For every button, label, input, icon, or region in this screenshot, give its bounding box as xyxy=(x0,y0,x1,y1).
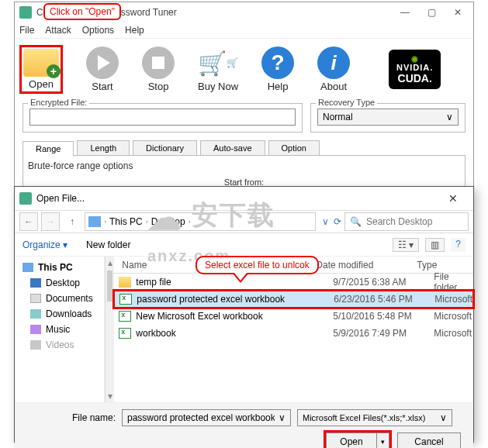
dialog-app-icon xyxy=(19,192,32,205)
recovery-type-value: Normal xyxy=(323,112,353,122)
close-icon[interactable]: ✕ xyxy=(452,7,464,18)
preview-pane-button[interactable]: ▥ xyxy=(425,238,445,252)
dialog-close-icon[interactable]: ✕ xyxy=(438,192,469,205)
dialog-footer: File name: password protected excel work… xyxy=(15,402,473,448)
excel-file-icon xyxy=(119,328,131,339)
stop-button[interactable]: Stop xyxy=(142,47,175,92)
open-label: Open xyxy=(29,78,54,90)
chevron-right-icon: › xyxy=(104,218,106,226)
menu-help[interactable]: Help xyxy=(125,22,144,38)
chevron-down-icon: ∨ xyxy=(446,112,453,122)
cancel-button[interactable]: Cancel xyxy=(397,432,461,448)
recovery-type-select[interactable]: Normal ∨ xyxy=(317,109,459,126)
help-button[interactable]: ? Help xyxy=(261,47,294,92)
pc-icon xyxy=(22,263,33,272)
file-row[interactable]: workbook 5/9/2016 7:49 PM Microsoft xyxy=(114,325,473,342)
callout-select-file: Select excel file to unlcok xyxy=(196,256,319,274)
file-row[interactable]: temp file 9/7/2015 6:38 AM File folder xyxy=(114,274,473,291)
desktop-icon xyxy=(30,278,41,288)
sidebar-item-thispc[interactable]: This PC xyxy=(15,260,104,275)
stop-icon xyxy=(142,47,175,79)
open-btn-label: Open xyxy=(327,433,376,448)
dialog-toolbar: Organize ▾ New folder ☷ ▾ ▥ ? xyxy=(15,233,473,257)
crumb-desktop[interactable]: Desktop xyxy=(151,216,185,227)
tab-dictionary[interactable]: Dictionary xyxy=(133,140,197,155)
view-mode-button[interactable]: ☷ ▾ xyxy=(393,238,419,252)
tab-length[interactable]: Length xyxy=(77,140,130,155)
search-input[interactable]: 🔍 Search Desktop xyxy=(344,212,469,231)
range-options-title: Brute-force range options xyxy=(28,160,460,171)
excel-file-icon xyxy=(119,311,131,322)
menu-attack[interactable]: Attack xyxy=(45,22,71,38)
back-button[interactable]: ← xyxy=(19,212,38,231)
app-icon xyxy=(19,6,32,19)
col-date[interactable]: Date modified xyxy=(316,260,417,271)
encrypted-file-group: Encrypted File: xyxy=(22,103,303,133)
sidebar-item-music[interactable]: Music xyxy=(15,322,104,337)
new-folder-button[interactable]: New folder xyxy=(86,240,130,250)
minimize-icon[interactable]: — xyxy=(399,7,411,18)
forward-button[interactable]: → xyxy=(41,212,60,231)
nvidia-text: NVIDIA. xyxy=(396,63,433,72)
info-icon: i xyxy=(317,47,350,79)
stop-label: Stop xyxy=(148,81,169,92)
documents-icon xyxy=(30,294,41,303)
file-row[interactable]: New Microsoft Excel workbook 5/10/2016 5… xyxy=(114,308,473,325)
chevron-right-icon: › xyxy=(189,218,191,226)
filename-input[interactable]: password protected excel workbook ∨ xyxy=(122,409,291,426)
sidebar-item-downloads[interactable]: Downloads xyxy=(15,306,104,322)
up-button[interactable]: ↑ xyxy=(63,216,81,227)
encrypted-file-input[interactable] xyxy=(29,109,296,126)
start-label: Start xyxy=(92,81,112,92)
file-row-selected[interactable]: password protected excel workbook 6/23/2… xyxy=(114,291,473,308)
chevron-right-icon: › xyxy=(146,218,148,226)
sidebar-item-videos[interactable]: Videos xyxy=(15,337,104,353)
tab-option[interactable]: Option xyxy=(268,140,320,155)
sidebar-item-documents[interactable]: Documents xyxy=(15,291,104,306)
dialog-nav: ← → ↑ › This PC › Desktop › ∨ ⟳ 🔍 Search… xyxy=(15,210,473,233)
encrypted-file-label: Encrypted File: xyxy=(28,98,89,107)
cuda-badge: ◉ NVIDIA. CUDA. xyxy=(389,50,441,89)
tab-range[interactable]: Range xyxy=(22,141,74,156)
search-placeholder: Search Desktop xyxy=(366,216,432,227)
downloads-icon xyxy=(30,309,41,319)
recovery-type-label: Recovery Type xyxy=(316,98,377,107)
about-button[interactable]: i About xyxy=(317,47,350,92)
recovery-type-group: Recovery Type Normal ∨ xyxy=(310,103,466,133)
filename-label: File name: xyxy=(22,412,116,423)
chevron-down-icon: ∨ xyxy=(440,412,447,423)
folder-open-icon xyxy=(23,49,59,77)
sidebar-scrollbar[interactable]: ▴▾ xyxy=(105,257,114,402)
cuda-text: CUDA. xyxy=(398,72,432,84)
file-list: Name Date modified Type temp file 9/7/20… xyxy=(114,257,473,402)
music-icon xyxy=(30,325,41,334)
pc-icon xyxy=(88,216,101,227)
maximize-icon[interactable]: ▢ xyxy=(425,7,438,18)
tab-autosave[interactable]: Auto-save xyxy=(200,140,265,155)
col-type[interactable]: Type xyxy=(417,260,473,271)
sidebar-item-desktop[interactable]: Desktop xyxy=(15,275,104,291)
cart-icon: 🛒 xyxy=(202,47,234,79)
refresh-icon[interactable]: ⟳ xyxy=(334,216,341,227)
crumb-thispc[interactable]: This PC xyxy=(109,216,143,227)
file-filter-select[interactable]: Microsoft Excel Files(*.xls;*.xlsx) ∨ xyxy=(297,409,452,426)
about-label: About xyxy=(320,81,347,92)
open-button-dialog[interactable]: Open ▾ xyxy=(326,432,389,448)
dropdown-history-icon[interactable]: ∨ xyxy=(322,216,329,227)
nvidia-eye-icon: ◉ xyxy=(411,54,418,63)
filename-value: password protected excel workbook xyxy=(127,412,275,423)
chevron-down-icon: ∨ xyxy=(279,412,286,423)
buynow-button[interactable]: 🛒 Buy Now xyxy=(198,47,238,92)
start-button[interactable]: Start xyxy=(86,47,119,92)
menu-file[interactable]: File xyxy=(19,22,34,38)
menu-options[interactable]: Options xyxy=(82,22,114,38)
toolbar: Open Start Stop 🛒 Buy Now ? Help i About… xyxy=(15,38,473,100)
help-button-dialog[interactable]: ? xyxy=(451,238,466,252)
open-button[interactable]: Open xyxy=(19,45,63,94)
organize-button[interactable]: Organize ▾ xyxy=(22,240,67,250)
attack-tabs: Range Length Dictionary Auto-save Option xyxy=(22,140,466,156)
dialog-sidebar: This PC Desktop Documents Downloads Musi… xyxy=(15,257,105,402)
breadcrumb[interactable]: › This PC › Desktop › xyxy=(85,212,316,231)
open-dropdown-icon[interactable]: ▾ xyxy=(376,433,389,448)
callout-click-open: Click on "Open" xyxy=(43,3,121,20)
